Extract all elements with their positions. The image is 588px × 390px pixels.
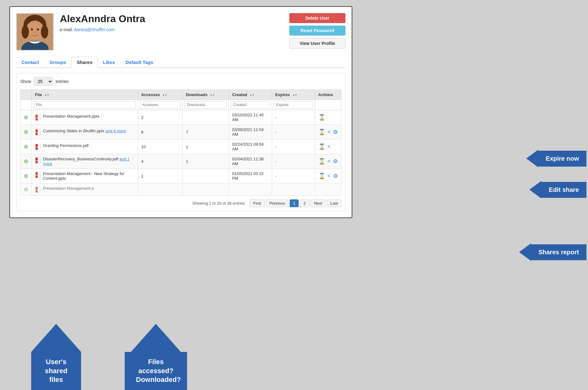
- svg-point-6: [22, 25, 29, 39]
- pagination-page-1[interactable]: 1: [290, 199, 299, 207]
- file-sort-icon[interactable]: ▲▼: [44, 94, 49, 96]
- row4-more-link[interactable]: and 1 more: [43, 157, 129, 166]
- files-accessed-label: Files accessed? Downloaded?: [125, 352, 187, 390]
- row5-file-name: Presentation Management - New Strategy f…: [43, 171, 135, 181]
- expire-now-arrow-head: [526, 150, 538, 167]
- pptx-icon: PPT: [35, 129, 41, 135]
- report-icon-row5[interactable]: ⚙: [333, 173, 338, 179]
- row5-actions: ⌛ < ⚙: [315, 169, 341, 183]
- pagination-section: Showing 1 to 25 of 38 entries First Prev…: [20, 199, 341, 207]
- row4-created: 02/04/2021 11:38 AM: [229, 154, 272, 169]
- users-shared-files-annotation: User's shared files: [31, 324, 81, 390]
- table-row: ⊕ PPT Customizing Slides in Shufflrr.ppt…: [21, 125, 341, 139]
- accesses-sort-icon[interactable]: ▲▼: [162, 94, 167, 96]
- row1-actions: ⌛: [315, 110, 341, 125]
- expire-icon-row1[interactable]: ⌛: [318, 114, 325, 121]
- expire-icon-row2[interactable]: ⌛: [318, 129, 325, 135]
- share-icon-row3[interactable]: <: [328, 144, 330, 149]
- filter-expires-input[interactable]: [274, 101, 313, 109]
- row2-more-link[interactable]: and 4 more: [106, 129, 126, 133]
- created-sort-icon[interactable]: ▲▼: [249, 94, 254, 96]
- tabs-section: Contact Groups Shares Likes Default Tags: [16, 57, 345, 68]
- row3-downloads: 1: [183, 139, 229, 154]
- tab-groups[interactable]: Groups: [44, 57, 71, 67]
- share-icon-row4[interactable]: <: [328, 158, 330, 164]
- svg-point-7: [41, 25, 48, 39]
- tab-shares[interactable]: Shares: [71, 57, 98, 68]
- shares-table: File ▲▼ Accesses ▲▼ Downloads ▲▼ Created…: [20, 90, 341, 196]
- entries-select[interactable]: 25 10 50 100: [34, 77, 53, 86]
- tab-contact[interactable]: Contact: [16, 57, 44, 67]
- col-file: File ▲▼: [32, 90, 138, 100]
- pagination-next[interactable]: Next: [311, 199, 326, 207]
- filter-downloads-input[interactable]: [185, 101, 227, 109]
- row2-expand-icon[interactable]: ⊕: [24, 129, 28, 135]
- pagination-first[interactable]: First: [250, 199, 264, 207]
- filter-created-input[interactable]: [231, 101, 270, 109]
- table-row: ⊕ PPT Presentation Management.p: [21, 183, 341, 196]
- pdf-icon: PDF: [35, 157, 41, 163]
- show-entries-row: Show 25 10 50 100 entries: [20, 77, 341, 86]
- row5-created: 01/05/2021 03:22 PM: [229, 169, 272, 183]
- user-email: e-mail: Aontra@Shufflrr.com: [60, 27, 289, 32]
- row5-expires: -: [272, 169, 315, 183]
- row5-file-cell: PPT Presentation Management - New Strate…: [32, 169, 138, 183]
- expire-icon-row5[interactable]: ⌛: [318, 173, 325, 179]
- row1-accesses: 2: [138, 110, 183, 125]
- downloads-sort-icon[interactable]: ▲▼: [210, 94, 215, 96]
- pagination-last[interactable]: Last: [327, 199, 341, 207]
- row5-accesses: 1: [138, 169, 183, 183]
- filter-accesses-input[interactable]: [140, 101, 181, 109]
- email-link[interactable]: Aontra@Shufflrr.com: [74, 27, 114, 32]
- expire-icon-row4[interactable]: ⌛: [318, 158, 325, 165]
- reset-password-button[interactable]: Reset Password: [289, 26, 345, 36]
- row3-expires: -: [272, 139, 315, 154]
- col-expires: Expires ▲▼: [272, 90, 315, 100]
- row3-expand-icon[interactable]: ⊕: [24, 144, 28, 150]
- share-icon-row5[interactable]: <: [328, 173, 330, 179]
- row3-actions: ⌛ <: [315, 139, 341, 154]
- row5-expand-icon[interactable]: ⊕: [24, 173, 28, 179]
- col-downloads: Downloads ▲▼: [183, 90, 229, 100]
- expire-now-label: Expire now: [538, 151, 586, 167]
- user-info: AlexAnndra Ontra e-mail: Aontra@Shufflrr…: [54, 13, 289, 32]
- table-row: ⊕ PDF Granting Permissions.pdf 10: [21, 139, 341, 154]
- svg-point-5: [34, 32, 36, 33]
- table-section: Show 25 10 50 100 entries File ▲▼ Ac: [16, 73, 345, 211]
- pagination-page-2[interactable]: 2: [300, 199, 309, 207]
- filter-checkbox-cell: [21, 100, 32, 110]
- view-profile-button[interactable]: View User Profile: [289, 38, 345, 49]
- tab-default-tags[interactable]: Default Tags: [120, 57, 159, 67]
- avatar: [16, 13, 54, 51]
- filter-file-input[interactable]: [34, 101, 136, 109]
- expire-icon-row3[interactable]: ⌛: [318, 143, 325, 150]
- table-row: ⊕ PPT Presentation Management - New Stra…: [21, 169, 341, 183]
- expires-sort-icon[interactable]: ▲▼: [292, 94, 297, 96]
- row5-downloads: [183, 169, 229, 183]
- row2-file-name: Customizing Slides in Shufflrr.pptx and …: [43, 129, 126, 133]
- svg-text:PPT: PPT: [36, 174, 40, 176]
- tab-likes[interactable]: Likes: [98, 57, 120, 67]
- edit-share-label: Edit share: [541, 182, 586, 198]
- row2-downloads: 7: [183, 125, 229, 139]
- pagination-previous[interactable]: Previous: [266, 199, 289, 207]
- filter-file-cell: [32, 100, 138, 110]
- row1-created: 03/10/2021 11:45 AM: [229, 110, 272, 125]
- pptx-icon: PPT: [35, 187, 41, 193]
- row4-file-name: DisasterRecovery_BusinessContinuity.pdf …: [43, 157, 135, 166]
- share-icon-row2[interactable]: <: [328, 129, 330, 135]
- report-icon-row2[interactable]: ⚙: [333, 129, 338, 135]
- row4-downloads: 1: [183, 154, 229, 169]
- row1-file-name: Presentation Management.pptx: [43, 114, 99, 119]
- delete-user-button[interactable]: Delete User: [289, 13, 345, 23]
- row4-expand-icon[interactable]: ⊕: [24, 158, 28, 164]
- pagination-info: Showing 1 to 25 of 38 entries: [192, 201, 245, 206]
- pptx-icon: PPT: [35, 115, 41, 121]
- row6-expand-icon[interactable]: ⊕: [24, 186, 28, 193]
- report-icon-row4[interactable]: ⚙: [333, 158, 338, 165]
- row1-expand-icon[interactable]: ⊕: [24, 114, 28, 120]
- row3-created: 02/24/2021 09:04 AM: [229, 139, 272, 154]
- col-checkbox: [21, 90, 32, 100]
- edit-share-annotation: Edit share: [529, 181, 586, 198]
- shares-report-label: Shares report: [531, 244, 586, 260]
